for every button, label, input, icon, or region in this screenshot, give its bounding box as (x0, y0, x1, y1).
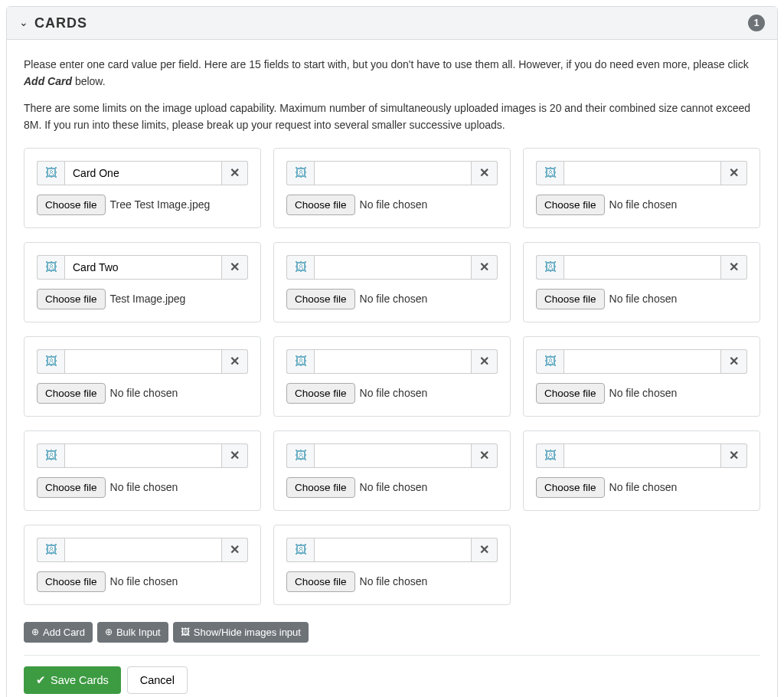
choose-file-button[interactable]: Choose file (37, 195, 106, 215)
card-input-row: 🖼✕ (37, 443, 248, 468)
card-value-input[interactable] (314, 349, 472, 374)
image-icon-button[interactable]: 🖼 (536, 443, 564, 468)
choose-file-button[interactable]: Choose file (536, 383, 605, 404)
card-value-input[interactable] (314, 538, 472, 562)
file-name-label: No file chosen (609, 198, 678, 211)
close-icon: ✕ (729, 260, 739, 274)
add-card-button[interactable]: ⊕ Add Card (24, 622, 93, 643)
card-item: 🖼✕Choose fileNo file chosen (24, 336, 261, 417)
check-icon: ✔ (36, 674, 46, 686)
choose-file-button[interactable]: Choose file (37, 571, 106, 592)
card-value-input[interactable] (64, 443, 222, 468)
file-row: Choose fileNo file chosen (286, 289, 498, 309)
card-input-row: 🖼✕ (536, 443, 747, 468)
remove-card-button[interactable]: ✕ (472, 538, 498, 562)
image-icon: 🖼 (45, 450, 57, 462)
close-icon: ✕ (479, 354, 489, 368)
remove-card-button[interactable]: ✕ (222, 538, 248, 562)
card-value-input[interactable] (314, 443, 472, 468)
card-item: 🖼✕Choose fileTest Image.jpeg (24, 242, 261, 322)
file-row: Choose fileNo file chosen (37, 477, 248, 498)
card-value-input[interactable] (64, 161, 222, 185)
choose-file-button[interactable]: Choose file (286, 383, 355, 404)
file-name-label: No file chosen (609, 481, 678, 493)
card-value-input[interactable] (564, 349, 721, 374)
choose-file-button[interactable]: Choose file (286, 477, 355, 498)
close-icon: ✕ (230, 542, 240, 557)
remove-card-button[interactable]: ✕ (222, 349, 248, 374)
choose-file-button[interactable]: Choose file (37, 289, 106, 309)
file-name-label: No file chosen (609, 293, 678, 305)
choose-file-button[interactable]: Choose file (536, 477, 605, 498)
image-icon-button[interactable]: 🖼 (286, 538, 314, 562)
card-item: 🖼✕Choose fileNo file chosen (273, 336, 511, 417)
card-item: 🖼✕Choose fileNo file chosen (523, 148, 760, 228)
intro1-post: below. (72, 75, 106, 87)
card-value-input[interactable] (64, 349, 222, 374)
choose-file-button[interactable]: Choose file (536, 195, 605, 215)
close-icon: ✕ (230, 354, 240, 368)
card-value-input[interactable] (314, 255, 472, 280)
cards-grid: 🖼✕Choose fileTree Test Image.jpeg🖼✕Choos… (24, 148, 760, 605)
file-row: Choose fileNo file chosen (286, 383, 498, 404)
image-icon-button[interactable]: 🖼 (286, 443, 314, 468)
image-icon-button[interactable]: 🖼 (37, 443, 64, 468)
file-row: Choose fileNo file chosen (286, 571, 498, 592)
image-icon-button[interactable]: 🖼 (286, 349, 314, 374)
card-value-input[interactable] (64, 255, 222, 280)
image-icon-button[interactable]: 🖼 (37, 161, 64, 185)
show-hide-images-button[interactable]: 🖼 Show/Hide images input (173, 622, 309, 643)
remove-card-button[interactable]: ✕ (721, 255, 747, 280)
file-row: Choose fileTest Image.jpeg (37, 289, 248, 309)
card-value-input[interactable] (564, 161, 721, 185)
remove-card-button[interactable]: ✕ (721, 443, 747, 468)
image-icon-button[interactable]: 🖼 (286, 255, 314, 280)
file-name-label: No file chosen (110, 387, 178, 399)
remove-card-button[interactable]: ✕ (721, 161, 747, 185)
remove-card-button[interactable]: ✕ (472, 161, 498, 185)
cancel-button[interactable]: Cancel (127, 666, 188, 694)
remove-card-button[interactable]: ✕ (472, 255, 498, 280)
remove-card-button[interactable]: ✕ (472, 443, 498, 468)
bulk-input-button[interactable]: ⊕ Bulk Input (97, 622, 168, 643)
choose-file-button[interactable]: Choose file (536, 289, 605, 309)
choose-file-button[interactable]: Choose file (37, 383, 106, 404)
card-item: 🖼✕Choose fileNo file chosen (24, 430, 261, 511)
choose-file-button[interactable]: Choose file (37, 477, 106, 498)
footer: ✔ Save Cards Cancel (24, 666, 760, 694)
card-value-input[interactable] (564, 255, 721, 280)
image-icon-button[interactable]: 🖼 (37, 255, 64, 280)
card-value-input[interactable] (314, 161, 472, 185)
toolbar: ⊕ Add Card ⊕ Bulk Input 🖼 Show/Hide imag… (24, 622, 760, 643)
card-value-input[interactable] (564, 443, 721, 468)
remove-card-button[interactable]: ✕ (222, 161, 248, 185)
card-item: 🖼✕Choose fileNo file chosen (523, 242, 760, 322)
remove-card-button[interactable]: ✕ (222, 255, 248, 280)
section-title: CARDS (34, 15, 87, 31)
remove-card-button[interactable]: ✕ (721, 349, 747, 374)
image-icon: 🖼 (544, 167, 557, 179)
choose-file-button[interactable]: Choose file (286, 571, 355, 592)
choose-file-button[interactable]: Choose file (286, 289, 355, 309)
remove-card-button[interactable]: ✕ (472, 349, 498, 374)
card-input-row: 🖼✕ (37, 349, 248, 374)
remove-card-button[interactable]: ✕ (222, 443, 248, 468)
card-item: 🖼✕Choose fileNo file chosen (273, 430, 511, 511)
card-value-input[interactable] (64, 538, 222, 562)
image-icon-button[interactable]: 🖼 (536, 161, 564, 185)
card-input-row: 🖼✕ (536, 161, 747, 185)
card-input-row: 🖼✕ (536, 255, 747, 280)
image-icon: 🖼 (295, 450, 307, 462)
close-icon: ✕ (230, 165, 240, 180)
image-icon-button[interactable]: 🖼 (37, 349, 64, 374)
save-cards-button[interactable]: ✔ Save Cards (24, 666, 121, 694)
choose-file-button[interactable]: Choose file (286, 195, 355, 215)
image-icon-button[interactable]: 🖼 (286, 161, 314, 185)
plus-circle-icon: ⊕ (105, 627, 113, 637)
image-icon-button[interactable]: 🖼 (37, 538, 64, 562)
image-icon-button[interactable]: 🖼 (536, 349, 564, 374)
card-item: 🖼✕Choose fileNo file chosen (24, 525, 261, 605)
save-label: Save Cards (51, 674, 109, 686)
image-icon-button[interactable]: 🖼 (536, 255, 564, 280)
panel-header[interactable]: ⌄ CARDS 1 (7, 7, 777, 40)
